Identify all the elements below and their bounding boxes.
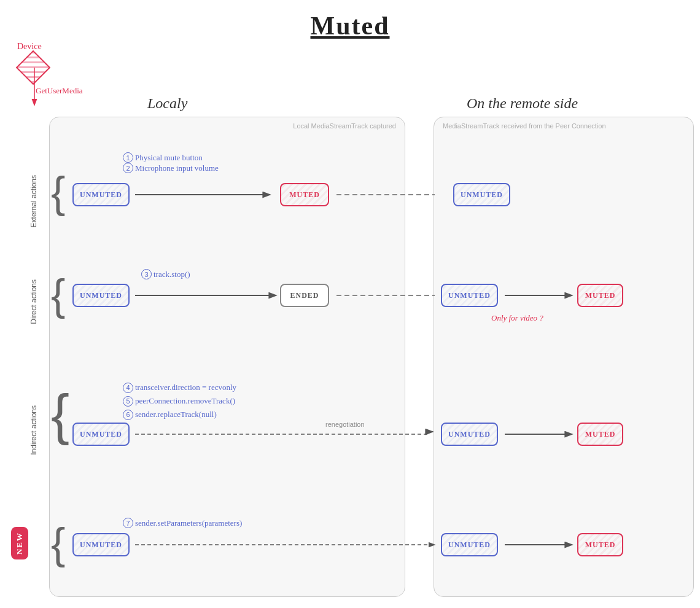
- state-muted-ind-remote: MUTED: [577, 423, 623, 446]
- annotation-2: 2Microphone input volume: [123, 163, 219, 173]
- state-unmuted-dir-local: UNMUTED: [72, 284, 130, 307]
- state-unmuted-new-local: UNMUTED: [72, 533, 130, 556]
- device-label: Device: [17, 42, 45, 52]
- brace-new: {: [51, 522, 65, 565]
- state-unmuted-ind-remote: UNMUTED: [441, 423, 498, 446]
- locally-label: Localy: [147, 95, 187, 112]
- device-area: Device: [17, 42, 45, 80]
- action-label-direct: Direct actions: [29, 279, 38, 324]
- state-muted-new-remote: MUTED: [577, 533, 623, 556]
- brace-external: {: [51, 171, 65, 214]
- state-unmuted-ext-local: UNMUTED: [72, 183, 130, 206]
- device-diamond: [16, 50, 51, 85]
- page-title: Muted: [0, 11, 700, 41]
- state-muted-dir-remote: MUTED: [577, 284, 623, 307]
- new-badge: NEW: [11, 527, 28, 559]
- state-unmuted-ext-remote: UNMUTED: [453, 183, 510, 206]
- remote-label: On the remote side: [467, 95, 578, 112]
- svg-text:GetUserMedia: GetUserMedia: [36, 86, 83, 95]
- renegotiation-label: renegotiation: [325, 421, 365, 428]
- annotation-7: 7sender.setParameters(parameters): [123, 518, 242, 528]
- annotation-indirect: 4transceiver.direction = recvonly 5peerC…: [123, 381, 236, 421]
- state-unmuted-ind-local: UNMUTED: [72, 423, 130, 446]
- state-ended-dir-local: ENDED: [280, 284, 329, 307]
- annotation-1: 1Physical mute button: [123, 152, 203, 163]
- state-muted-ext-local: MUTED: [280, 183, 329, 206]
- state-unmuted-dir-remote: UNMUTED: [441, 284, 498, 307]
- remote-box-label: MediaStreamTrack received from the Peer …: [443, 122, 606, 130]
- state-unmuted-new-remote: UNMUTED: [441, 533, 498, 556]
- annotation-3: 3track.stop(): [141, 269, 190, 279]
- brace-indirect: {: [51, 387, 69, 442]
- brace-direct: {: [51, 273, 65, 316]
- action-label-indirect: Indirect actions: [29, 405, 38, 455]
- only-video-label: Only for video ?: [491, 313, 543, 323]
- local-box-label: Local MediaStreamTrack captured: [293, 122, 396, 130]
- action-label-external: External actions: [29, 175, 38, 227]
